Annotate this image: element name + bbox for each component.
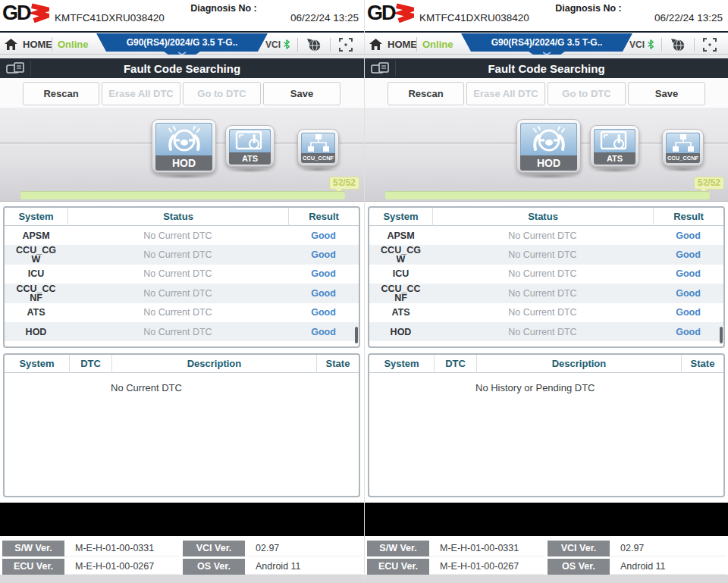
result-cell[interactable]: Good (653, 249, 723, 260)
status-cell: No Current DTC (67, 327, 288, 337)
table-scrollbar[interactable] (355, 327, 358, 343)
system-cell: ICU (5, 269, 67, 278)
column-header-state[interactable]: State (681, 355, 723, 373)
vin-number: KMTFC41DXRU038420 (55, 12, 165, 24)
system-result-row[interactable]: APSMNo Current DTCGood (369, 226, 723, 245)
gds-logo-swoosh-icon (30, 3, 49, 23)
version-footer: S/W Ver. M-E-H-01-00-0331 VCI Ver. 02.97… (365, 536, 728, 583)
vehicle-report-icon[interactable] (371, 61, 391, 75)
result-cell[interactable]: Good (288, 249, 359, 260)
result-cell[interactable]: Good (288, 288, 359, 299)
home-button[interactable]: HOME (5, 34, 52, 55)
result-cell[interactable]: Good (653, 327, 723, 337)
column-header-system[interactable]: System (369, 355, 434, 373)
result-cell[interactable]: Good (288, 307, 359, 318)
vci-ver-label: VCI Ver. (183, 541, 245, 556)
system-cell: CCU_CC NF (5, 284, 67, 302)
column-header-system[interactable]: System (5, 355, 69, 373)
system-cell: CCU_CG W (369, 246, 432, 264)
home-icon (369, 39, 382, 50)
bottom-black-band (365, 503, 728, 536)
column-header-status[interactable]: Status (432, 208, 653, 226)
system-result-row[interactable]: APSMNo Current DTCGood (5, 226, 359, 245)
rescan-button[interactable]: Rescan (388, 82, 464, 105)
bottom-black-band (0, 503, 364, 536)
internet-update-button[interactable] (662, 38, 694, 52)
system-result-rows: APSMNo Current DTCGoodCCU_CG WNo Current… (5, 226, 359, 341)
diagnostic-panel: GD KMTFC41DXRU038420 Diagnosis No : 06/2… (0, 0, 364, 583)
system-result-row[interactable]: CCU_CG WNo Current DTCGood (5, 245, 359, 264)
column-header-system[interactable]: System (369, 208, 432, 226)
column-header-system[interactable]: System (5, 208, 67, 226)
result-cell[interactable]: Good (653, 230, 723, 241)
scan-progress-bar (20, 191, 345, 199)
system-result-row[interactable]: HODNo Current DTCGood (369, 322, 723, 341)
rescan-button[interactable]: Rescan (23, 82, 99, 105)
scan-progress-bar (385, 191, 710, 199)
result-cell[interactable]: Good (653, 307, 723, 318)
system-icon-ccu-ccnf[interactable]: CCU_CCNF (662, 129, 704, 166)
column-header-description[interactable]: Description (111, 355, 316, 373)
column-header-state[interactable]: State (316, 355, 359, 373)
result-cell[interactable]: Good (288, 230, 359, 241)
scan-count-badge: 52/52 (329, 177, 359, 190)
nav-bar: HOME Online G90(RS4)/2024/G 3.5 T-G.. VC… (0, 34, 364, 55)
system-result-row[interactable]: ICUNo Current DTCGood (5, 265, 359, 284)
system-result-row[interactable]: CCU_CC NFNo Current DTCGood (5, 284, 359, 302)
vehicle-selection-tab[interactable]: G90(RS4)/2024/G 3.5 T-G.. (461, 33, 632, 52)
system-result-row[interactable]: HODNo Current DTCGood (5, 322, 359, 341)
divider (30, 61, 31, 76)
result-cell[interactable]: Good (288, 268, 359, 279)
column-header-result[interactable]: Result (653, 208, 723, 226)
version-footer: S/W Ver. M-E-H-01-00-0331 VCI Ver. 02.97… (0, 536, 364, 583)
system-icon-ats[interactable]: ATS (225, 125, 275, 167)
result-cell[interactable]: Good (653, 288, 723, 299)
capture-frame-icon (339, 38, 353, 52)
globe-sync-icon (670, 38, 686, 52)
system-result-row[interactable]: ATSNo Current DTCGood (369, 303, 723, 322)
screen-capture-button[interactable] (331, 38, 361, 52)
system-icon-ccu-ccnf[interactable]: CCU_CCNF (297, 129, 339, 166)
system-icon-ats[interactable]: ATS (590, 125, 639, 167)
go-to-dtc-button[interactable]: Go to DTC (183, 82, 261, 105)
system-result-row[interactable]: CCU_CC NFNo Current DTCGood (369, 284, 723, 302)
home-button[interactable]: HOME (369, 34, 417, 55)
result-cell[interactable]: Good (288, 327, 359, 337)
column-header-description[interactable]: Description (476, 355, 681, 373)
column-header-status[interactable]: Status (67, 208, 288, 226)
system-result-row[interactable]: CCU_CG WNo Current DTCGood (369, 245, 723, 264)
save-button[interactable]: Save (628, 82, 705, 105)
dtc-table-header: System DTC Description State (5, 355, 359, 373)
go-to-dtc-button[interactable]: Go to DTC (548, 82, 626, 105)
erase-all-dtc-button[interactable]: Erase All DTC (102, 82, 180, 105)
screen-capture-button[interactable] (695, 38, 725, 52)
save-button[interactable]: Save (263, 82, 340, 105)
vci-connection-button[interactable]: VCI (623, 39, 661, 50)
result-cell[interactable]: Good (653, 268, 723, 279)
table-scrollbar[interactable] (720, 327, 723, 343)
bluetooth-icon (647, 39, 654, 50)
vci-ver-label: VCI Ver. (548, 541, 610, 556)
globe-sync-icon (306, 38, 322, 52)
internet-update-button[interactable] (298, 38, 330, 52)
system-icon-hod[interactable]: HOD (152, 119, 216, 173)
system-icon-hod[interactable]: HOD (516, 119, 581, 173)
erase-all-dtc-button[interactable]: Erase All DTC (466, 82, 545, 105)
status-cell: No Current DTC (67, 268, 288, 279)
column-header-dtc[interactable]: DTC (434, 355, 476, 373)
nav-divider (416, 37, 417, 52)
vin-number: KMTFC41DXRU038420 (419, 12, 529, 24)
column-header-dtc[interactable]: DTC (69, 355, 111, 373)
page-title: Fault Code Searching (365, 62, 728, 75)
gds-logo-text: GD (2, 1, 30, 26)
os-ver-label: OS Ver. (183, 559, 245, 575)
vehicle-selection-tab[interactable]: G90(RS4)/2024/G 3.5 T-G.. (96, 33, 268, 52)
system-result-row[interactable]: ATSNo Current DTCGood (5, 303, 359, 322)
system-cell: ATS (5, 308, 67, 317)
vehicle-report-icon[interactable] (6, 61, 27, 75)
system-result-row[interactable]: ICUNo Current DTCGood (369, 265, 723, 284)
system-cell: ICU (369, 269, 432, 278)
column-header-result[interactable]: Result (288, 208, 359, 226)
system-result-rows: APSMNo Current DTCGoodCCU_CG WNo Current… (369, 226, 723, 341)
vci-connection-button[interactable]: VCI (259, 39, 297, 50)
